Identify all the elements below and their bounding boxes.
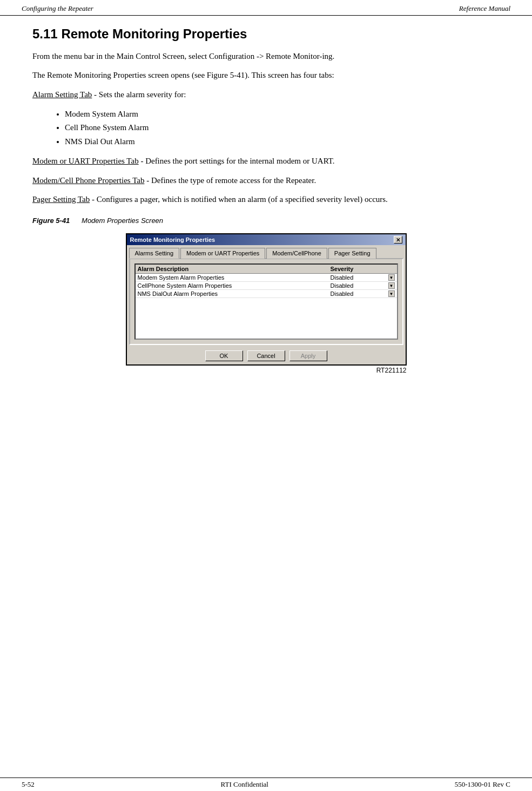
tab-alarms-setting[interactable]: Alarms Setting xyxy=(129,248,180,259)
alarm-table-header: Alarm Description Severity xyxy=(136,265,397,274)
alarm-desc-1: Modem System Alarm Properties xyxy=(138,274,331,281)
section-title: Remote Monitoring Properties xyxy=(61,26,247,41)
dialog-footer: OK Cancel Apply xyxy=(127,347,406,364)
modem-uart-label: Modem or UART Properties Tab xyxy=(32,157,139,165)
figure-caption-text xyxy=(72,217,79,225)
cancel-button[interactable]: Cancel xyxy=(247,350,285,361)
dialog-titlebar: Remote Monitoring Properties ✕ xyxy=(127,234,406,245)
alarm-tab-label: Alarm Setting Tab xyxy=(32,90,92,99)
tab-modem-cellphone[interactable]: Modem/CellPhone xyxy=(266,248,327,259)
paragraph-1: From the menu bar in the Main Control Sc… xyxy=(32,50,500,63)
alarm-desc-2: CellPhone System Alarm Properties xyxy=(138,282,331,289)
dialog-box: Remote Monitoring Properties ✕ Alarms Se… xyxy=(126,233,407,366)
col-header-desc: Alarm Description xyxy=(138,266,331,272)
dialog-container: Remote Monitoring Properties ✕ Alarms Se… xyxy=(32,233,500,374)
modem-uart-text: - Defines the port settings for the inte… xyxy=(139,157,335,165)
dropdown-arrow-1[interactable]: ▼ xyxy=(388,274,395,281)
paragraph-2: The Remote Monitoring Properties screen … xyxy=(32,69,500,82)
list-item: NMS Dial Out Alarm xyxy=(65,135,500,149)
alarm-tab-text: - Sets the alarm severity for: xyxy=(92,90,186,99)
figure-caption-desc: Modem Properties Screen xyxy=(82,217,163,225)
header-left: Configuring the Repeater xyxy=(22,4,93,13)
list-item: Cell Phone System Alarm xyxy=(65,121,500,135)
alarm-sev-1: Disabled ▼ xyxy=(331,274,395,281)
section-number: 5.11 xyxy=(32,26,58,41)
figure-caption: Figure 5-41 Modem Properties Screen xyxy=(32,217,500,225)
page-footer: 5-52 RTI Confidential 550-1300-01 Rev C xyxy=(0,778,532,791)
pager-para: Pager Setting Tab - Configures a pager, … xyxy=(32,193,500,206)
rt-label: RT221112 xyxy=(126,367,407,374)
dropdown-arrow-2[interactable]: ▼ xyxy=(388,282,395,289)
footer-left: 5-52 xyxy=(22,780,35,789)
col-header-sev: Severity xyxy=(331,266,395,272)
alarm-sev-2: Disabled ▼ xyxy=(331,282,395,289)
dropdown-arrow-3[interactable]: ▼ xyxy=(388,290,395,297)
modem-cell-text: - Defines the type of remote access for … xyxy=(144,176,316,185)
footer-center: RTI Confidential xyxy=(221,780,268,789)
list-item: Modem System Alarm xyxy=(65,107,500,121)
modem-cell-label: Modem/Cell Phone Properties Tab xyxy=(32,176,144,185)
ok-button[interactable]: OK xyxy=(205,350,243,361)
alarm-sev-3: Disabled ▼ xyxy=(331,290,395,297)
page-content: 5.11 Remote Monitoring Properties From t… xyxy=(0,16,532,422)
tab-pager-setting[interactable]: Pager Setting xyxy=(328,248,376,259)
pager-text: - Configures a pager, which is notified … xyxy=(90,195,388,204)
tab-modem-uart[interactable]: Modem or UART Properties xyxy=(180,248,265,259)
header-right: Reference Manual xyxy=(459,4,510,13)
alarm-rows-area: Modem System Alarm Properties Disabled ▼… xyxy=(136,274,397,339)
figure-label: Figure 5-41 xyxy=(32,217,70,225)
dialog-body: Alarm Description Severity Modem System … xyxy=(129,258,403,345)
section-heading: 5.11 Remote Monitoring Properties xyxy=(32,26,500,42)
alarm-table: Alarm Description Severity Modem System … xyxy=(134,263,398,340)
table-row: Modem System Alarm Properties Disabled ▼ xyxy=(136,274,397,282)
page-header: Configuring the Repeater Reference Manua… xyxy=(0,0,532,16)
alarm-tab-para: Alarm Setting Tab - Sets the alarm sever… xyxy=(32,89,500,101)
table-row: NMS DialOut Alarm Properties Disabled ▼ xyxy=(136,290,397,298)
dialog-title: Remote Monitoring Properties xyxy=(130,236,216,243)
bullet-list: Modem System Alarm Cell Phone System Ala… xyxy=(65,107,500,149)
alarm-desc-3: NMS DialOut Alarm Properties xyxy=(138,290,331,297)
apply-button[interactable]: Apply xyxy=(289,350,327,361)
pager-label: Pager Setting Tab xyxy=(32,195,90,204)
table-row: CellPhone System Alarm Properties Disabl… xyxy=(136,282,397,290)
dialog-close-button[interactable]: ✕ xyxy=(394,236,402,244)
modem-cell-para: Modem/Cell Phone Properties Tab - Define… xyxy=(32,174,500,187)
footer-right: 550-1300-01 Rev C xyxy=(455,780,510,789)
modem-uart-para: Modem or UART Properties Tab - Defines t… xyxy=(32,155,500,167)
dialog-tabs: Alarms Setting Modem or UART Properties … xyxy=(127,245,406,258)
